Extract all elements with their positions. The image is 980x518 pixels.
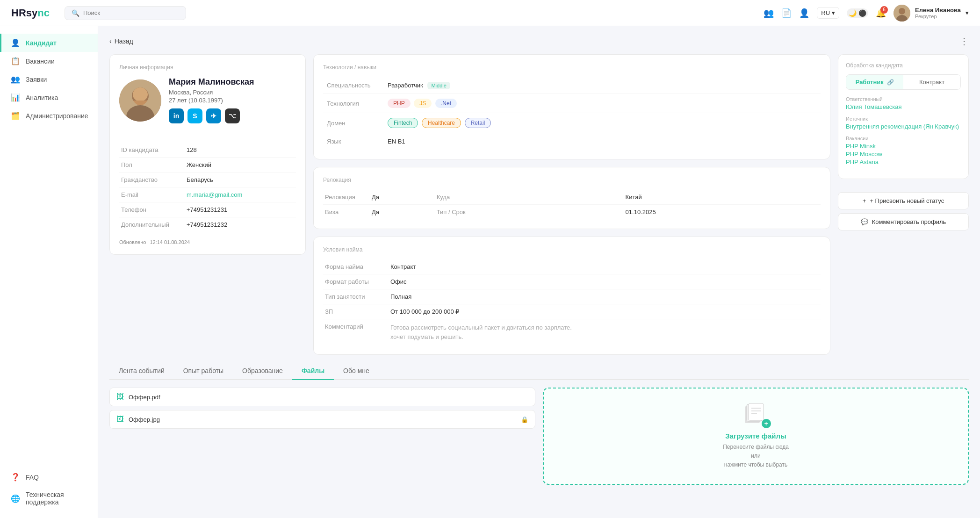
- support-icon: 🌐: [11, 494, 20, 503]
- tab-events[interactable]: Лента событий: [109, 362, 174, 380]
- nav-right: 👥 📄 👤 RU ▾ 🌙 ⚫ 🔔 6 Елена Иванова: [764, 5, 969, 22]
- github-button[interactable]: ⌥: [225, 108, 240, 123]
- responsible-label: Ответственный: [846, 96, 961, 102]
- table-row: Комментарий Готова рассмотреть социальны…: [323, 319, 821, 345]
- table-row: Форма найма Контракт: [323, 259, 821, 274]
- back-navigation: ‹ Назад ⋮: [109, 36, 969, 47]
- applications-icon: 👥: [11, 75, 20, 84]
- tab-contract[interactable]: Контракт: [903, 75, 960, 89]
- plus-icon: +: [863, 197, 866, 204]
- specialty-value: Разработчик: [388, 82, 423, 89]
- tab-experience[interactable]: Опыт работы: [174, 362, 233, 380]
- table-row: Язык EN B1: [323, 133, 821, 150]
- svg-point-1: [899, 8, 905, 14]
- updated-value: 12:14 01.08.2024: [150, 239, 190, 245]
- sidebar-label-vacancies: Вакансии: [26, 58, 55, 65]
- table-row: Технология PHP JS .Net: [323, 94, 821, 113]
- candidate-age: 27 лет (10.03.1997): [169, 97, 254, 104]
- vacancies-label: Вакансии: [846, 136, 961, 141]
- search-input[interactable]: [83, 9, 179, 16]
- vacancy-php-minsk[interactable]: PHP Minsk: [846, 143, 961, 150]
- sidebar: 👤 Кандидат 📋 Вакансии 👥 Заявки 📊 Аналити…: [0, 26, 98, 518]
- table-row: E-mail m.maria@gmail.com: [119, 187, 296, 202]
- upload-title: Загрузите файлы: [725, 432, 786, 440]
- language-selector[interactable]: RU ▾: [817, 7, 839, 19]
- comment-icon: 💬: [861, 218, 868, 225]
- analytics-icon: 📊: [11, 93, 20, 102]
- sidebar-item-applications[interactable]: 👥 Заявки: [0, 70, 98, 88]
- sidebar-item-candidates[interactable]: 👤 Кандидат: [0, 34, 98, 52]
- tag-net: .Net: [435, 99, 457, 108]
- search-icon: 🔍: [72, 9, 79, 17]
- processing-tabs: Работник 🔗 Контракт: [846, 74, 961, 90]
- vacancies-list: PHP Minsk PHP Moscow PHP Astana: [846, 143, 961, 165]
- comment-profile-button[interactable]: 💬 Комментировать профиль: [838, 213, 969, 230]
- source-label: Источник: [846, 116, 961, 122]
- responsible-value[interactable]: Юлия Томашевская: [846, 103, 902, 110]
- back-label: Назад: [115, 37, 133, 45]
- vacancy-php-astana[interactable]: PHP Astana: [846, 158, 961, 165]
- processing-card: Обработка кандидата Работник 🔗 Контракт …: [838, 54, 969, 179]
- profile-avatar: [119, 79, 161, 122]
- assign-status-button[interactable]: + + Присвоить новый статус: [838, 192, 969, 209]
- file-list: 🖼 Оффер.pdf 🖼 Оффер.jpg 🔒: [109, 388, 535, 485]
- user-role: Рекрутер: [915, 14, 961, 19]
- tag-healthcare: Healthcare: [422, 118, 461, 128]
- lock-icon: 🔒: [521, 416, 528, 423]
- source-value[interactable]: Внутренняя рекомендация (Ян Кравчук): [846, 123, 959, 130]
- main-content: ‹ Назад ⋮ Личная информация: [98, 26, 980, 518]
- upload-subtitle: Перенесите файлы сюда или нажмите чтобы …: [723, 443, 789, 470]
- top-navigation: HRsync 🔍 👥 📄 👤 RU ▾ 🌙 ⚫ 🔔 6: [0, 0, 980, 26]
- theme-toggle[interactable]: 🌙 ⚫: [847, 8, 868, 18]
- sidebar-item-analytics[interactable]: 📊 Аналитика: [0, 88, 98, 107]
- level-badge: Middle: [427, 82, 450, 89]
- updated-label: Обновлено: [119, 239, 146, 245]
- document-icon[interactable]: 📄: [781, 8, 792, 18]
- responsible-group: Ответственный Юлия Томашевская: [846, 96, 961, 110]
- action-buttons: + + Присвоить новый статус 💬 Комментиров…: [838, 192, 969, 230]
- sidebar-item-admin[interactable]: 🗂️ Администрирование: [0, 107, 98, 125]
- conditions-section-title: Условия найма: [323, 246, 821, 253]
- table-row: Пол Женский: [119, 158, 296, 173]
- profile-header: Мария Малиновская Москва, Россия 27 лет …: [119, 77, 296, 133]
- sidebar-label-analytics: Аналитика: [26, 94, 58, 101]
- file-name-pdf: Оффер.pdf: [129, 394, 160, 401]
- table-row: ЗП От 100 000 до 200 000 ₽: [323, 304, 821, 319]
- sidebar-item-vacancies[interactable]: 📋 Вакансии: [0, 52, 98, 70]
- user-menu[interactable]: Елена Иванова Рекрутер ▾: [894, 5, 969, 22]
- file-item-jpg[interactable]: 🖼 Оффер.jpg 🔒: [109, 410, 535, 429]
- vacancies-group: Вакансии PHP Minsk PHP Moscow PHP Astana: [846, 136, 961, 165]
- tab-education[interactable]: Образование: [233, 362, 292, 380]
- sidebar-item-support[interactable]: 🌐 Техническая поддержка: [0, 486, 98, 511]
- bottom-section: Лента событий Опыт работы Образование Фа…: [109, 362, 969, 485]
- notifications-button[interactable]: 🔔 6: [876, 8, 886, 18]
- search-bar[interactable]: 🔍: [65, 6, 186, 20]
- sidebar-label-applications: Заявки: [26, 76, 47, 83]
- conditions-card: Условия найма Форма найма Контракт Форма…: [313, 237, 830, 355]
- more-options-button[interactable]: ⋮: [959, 36, 969, 47]
- vacancy-php-moscow[interactable]: PHP Moscow: [846, 151, 961, 158]
- add-user-icon[interactable]: 👤: [799, 8, 809, 18]
- file-item-pdf[interactable]: 🖼 Оффер.pdf: [109, 388, 535, 406]
- link-icon: 🔗: [887, 79, 894, 86]
- user-name: Елена Иванова: [915, 7, 961, 14]
- team-icon[interactable]: 👥: [764, 8, 774, 18]
- tab-about[interactable]: Обо мне: [334, 362, 379, 380]
- telegram-button[interactable]: ✈: [206, 108, 221, 123]
- sidebar-label-candidates: Кандидат: [26, 39, 57, 47]
- relocation-card: Релокация Релокация Да Куда Китай Виза Д…: [313, 167, 830, 229]
- email-link[interactable]: m.maria@gmail.com: [187, 191, 242, 198]
- skype-button[interactable]: S: [187, 108, 202, 123]
- table-row: ID кандидата 128: [119, 143, 296, 158]
- table-row: Домен Fintech Healthcare Retail: [323, 113, 821, 133]
- candidate-location: Москва, Россия: [169, 89, 254, 96]
- file-pdf-icon: 🖼: [116, 393, 124, 401]
- table-row: Виза Да Тип / Срок 01.10.2025: [323, 205, 821, 220]
- table-row: Релокация Да Куда Китай: [323, 190, 821, 205]
- tab-worker[interactable]: Работник 🔗: [846, 75, 903, 89]
- back-button[interactable]: ‹ Назад: [109, 37, 133, 45]
- linkedin-button[interactable]: in: [169, 108, 184, 123]
- upload-zone[interactable]: + Загрузите файлы Перенесите файлы сюда …: [543, 388, 969, 485]
- sidebar-item-faq[interactable]: ❓ FAQ: [0, 468, 98, 486]
- tab-files[interactable]: Файлы: [292, 362, 334, 380]
